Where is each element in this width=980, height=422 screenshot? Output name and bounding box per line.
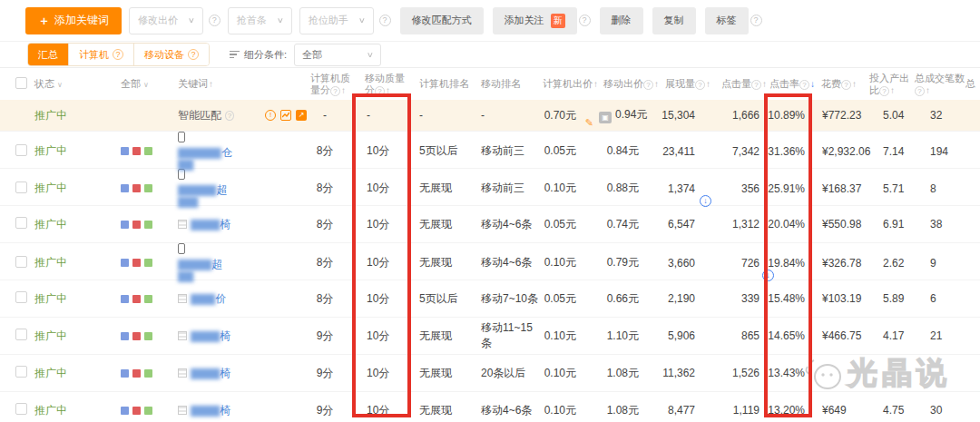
row-checkbox[interactable] [15, 329, 27, 340]
tab-computer[interactable]: 计算机? [68, 44, 133, 65]
col-cost[interactable]: 花费?↑ [813, 77, 869, 91]
row-checkbox[interactable] [15, 182, 27, 193]
channel-blue-icon [121, 332, 129, 340]
copy-button[interactable]: 复制 [652, 7, 696, 34]
col-roi[interactable]: 投入产出比?↑ [869, 73, 915, 96]
clicks-cell: 7,342 [713, 145, 768, 158]
rank-assistant-dropdown[interactable]: 抢位助手∨ [299, 7, 374, 34]
status-text: 推广中 [34, 181, 114, 196]
plus-icon: ＋ [38, 13, 50, 29]
row-checkbox[interactable] [15, 291, 27, 303]
row-checkbox[interactable] [15, 144, 27, 156]
pc-bid-cell[interactable]: 0.05元 [541, 143, 599, 159]
tab-mobile[interactable]: 移动设备? [133, 44, 209, 65]
row-checkbox[interactable] [15, 366, 27, 378]
mobile-bid-cell[interactable]: 1.10元 [599, 329, 657, 344]
table-row: 推广中 ███████超███ 8分 10分 无展现 移动4~6条 0.10元 … [0, 242, 980, 280]
keyword-cell[interactable]: █████价 [172, 293, 307, 305]
mobile-bid-cell[interactable]: 0.79元 [599, 255, 657, 270]
col-pc-bid[interactable]: 计算机出价↑ [541, 77, 599, 91]
info-circle-icon[interactable]: ! [265, 110, 276, 121]
mobile-bid-cell[interactable]: 0.74元 [599, 217, 657, 232]
col-all[interactable]: 全部 ∨ [114, 77, 172, 91]
channel-squares [114, 147, 172, 155]
keyword-cell[interactable]: █████████仓███ [172, 132, 307, 171]
col-mobile-quality[interactable]: 移动质量分?↑ [356, 73, 412, 96]
keyword-cell[interactable]: ███████超███ [172, 243, 307, 282]
channel-green-icon [144, 295, 152, 303]
mobile-bid-cell[interactable]: 0.88元 [599, 181, 657, 196]
circle-down-icon[interactable]: ↓ [762, 270, 774, 281]
pc-bid-cell[interactable]: 0.10元 [541, 255, 599, 270]
col-clicks[interactable]: 点击量?↑ [713, 77, 768, 91]
pc-bid-cell[interactable]: 0.05元 [541, 217, 599, 232]
mobile-rank-cell: 移动11~15条 [474, 320, 541, 351]
ctr-cell: 10.89% [768, 109, 813, 122]
help-icon[interactable]: ? [209, 15, 220, 26]
col-ctr[interactable]: 点击率?↓ [768, 77, 813, 91]
pc-quality-cell: 8分 [307, 143, 356, 159]
delete-button[interactable]: 删除 [600, 7, 643, 34]
modify-match-button[interactable]: 修改匹配方式 [400, 7, 484, 34]
keyword-cell[interactable]: ██████椅 [172, 219, 307, 231]
col-orders[interactable]: 总成交笔数?↑ [915, 73, 965, 96]
mobile-bid-cell[interactable]: 0.66元 [599, 291, 657, 307]
modify-bid-dropdown[interactable]: 修改出价∨ [129, 7, 203, 34]
col-mobile-rank: 移动排名 [474, 77, 541, 91]
chart-icon[interactable] [280, 110, 291, 121]
mobile-bid-cell[interactable]: 0.84元 [599, 143, 657, 159]
channel-squares [114, 369, 172, 378]
channel-green-icon [144, 259, 152, 267]
help-icon[interactable]: ? [750, 15, 762, 26]
col-keyword[interactable]: 关键词↑ [172, 77, 307, 91]
mobile-bid-cell[interactable]: 1.08元 [599, 366, 657, 381]
col-mobile-bid[interactable]: 移动出价?↑ [599, 77, 657, 91]
roi-cell: 7.14 [869, 145, 915, 158]
mobile-quality-cell: 10分 [356, 255, 412, 270]
keyword-cell[interactable]: ██████椅 [172, 368, 307, 379]
keyword-cell[interactable]: ██████椅 [172, 330, 307, 342]
col-status[interactable]: 状态 ∨ [34, 77, 114, 91]
filter-select[interactable]: 全部∨ [294, 44, 381, 66]
add-watch-button[interactable]: 添加关注 新 [493, 7, 577, 34]
mobile-bid-cell[interactable]: ▣0.94元 [599, 107, 657, 123]
row-checkbox[interactable] [15, 256, 27, 268]
add-keyword-button[interactable]: ＋ 添加关键词 [25, 7, 122, 34]
help-icon[interactable]: ? [225, 111, 234, 121]
help-icon: ? [841, 80, 851, 90]
edit-pencil-icon[interactable]: ✎ [585, 117, 593, 129]
mobile-bid-cell[interactable]: 1.08元 [599, 403, 657, 418]
phone-icon [178, 132, 185, 142]
keyword-cell[interactable]: ████████超████ [172, 169, 307, 208]
cost-cell: ¥772.23 [813, 109, 869, 122]
table-row: 推广中 ██████椅 9分 10分 无展现 移动11~15条 0.10元 1.… [0, 317, 980, 354]
help-icon[interactable]: ? [379, 15, 391, 26]
pc-bid-cell[interactable]: 0.70元✎ [541, 108, 599, 123]
select-all-checkbox[interactable] [15, 77, 27, 89]
channel-squares [114, 407, 172, 415]
col-pc-quality[interactable]: 计算机质量分?↑ [307, 73, 356, 96]
tag-button[interactable]: 标签 [705, 7, 749, 34]
ctr-cell: 25.91% [768, 182, 813, 195]
impressions-cell: 5,906 [657, 329, 713, 342]
pc-bid-cell[interactable]: 0.10元 [541, 329, 599, 344]
row-checkbox[interactable] [15, 403, 27, 415]
cost-cell: ¥466.75 [813, 329, 869, 342]
row-checkbox[interactable] [15, 217, 27, 229]
pc-bid-cell[interactable]: 0.10元 [541, 366, 599, 381]
sort-up-icon: ↑ [762, 79, 767, 89]
channel-red-icon [132, 407, 141, 415]
pc-bid-cell[interactable]: 0.10元 [541, 403, 599, 418]
impressions-cell: 6,547 [657, 218, 713, 231]
grab-top-dropdown[interactable]: 抢首条∨ [228, 7, 292, 34]
jump-icon[interactable]: ↗ [296, 110, 307, 121]
channel-squares [114, 332, 172, 340]
col-impressions[interactable]: 展现量?↑ [657, 77, 713, 91]
keyword-cell[interactable]: ██████椅 [172, 405, 307, 417]
circle-down-icon[interactable]: ↓ [700, 195, 711, 207]
help-icon[interactable]: ? [579, 15, 591, 26]
pc-bid-cell[interactable]: 0.10元 [541, 181, 599, 196]
pc-bid-cell[interactable]: 0.05元 [541, 291, 599, 307]
tab-summary[interactable]: 汇总 [28, 44, 68, 65]
roi-cell: 5.71 [869, 182, 915, 195]
